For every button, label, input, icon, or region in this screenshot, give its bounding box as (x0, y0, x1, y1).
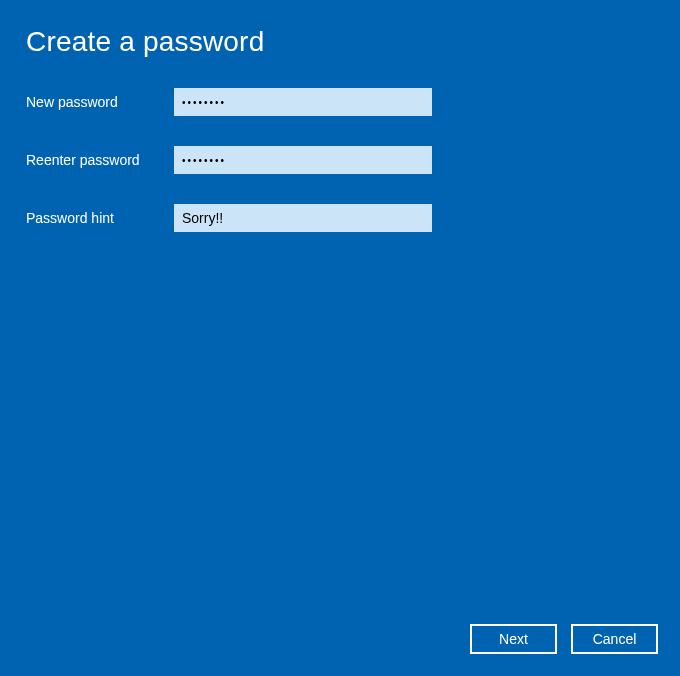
reenter-password-row: Reenter password (26, 146, 654, 174)
password-hint-row: Password hint (26, 204, 654, 232)
password-hint-label: Password hint (26, 210, 174, 226)
reenter-password-label: Reenter password (26, 152, 174, 168)
new-password-input[interactable] (174, 88, 432, 116)
new-password-row: New password (26, 88, 654, 116)
dialog-footer: Next Cancel (470, 624, 658, 654)
cancel-button[interactable]: Cancel (571, 624, 658, 654)
next-button[interactable]: Next (470, 624, 557, 654)
page-title: Create a password (26, 26, 654, 58)
reenter-password-input[interactable] (174, 146, 432, 174)
password-hint-input[interactable] (174, 204, 432, 232)
dialog-content: Create a password New password Reenter p… (0, 0, 680, 232)
new-password-label: New password (26, 94, 174, 110)
